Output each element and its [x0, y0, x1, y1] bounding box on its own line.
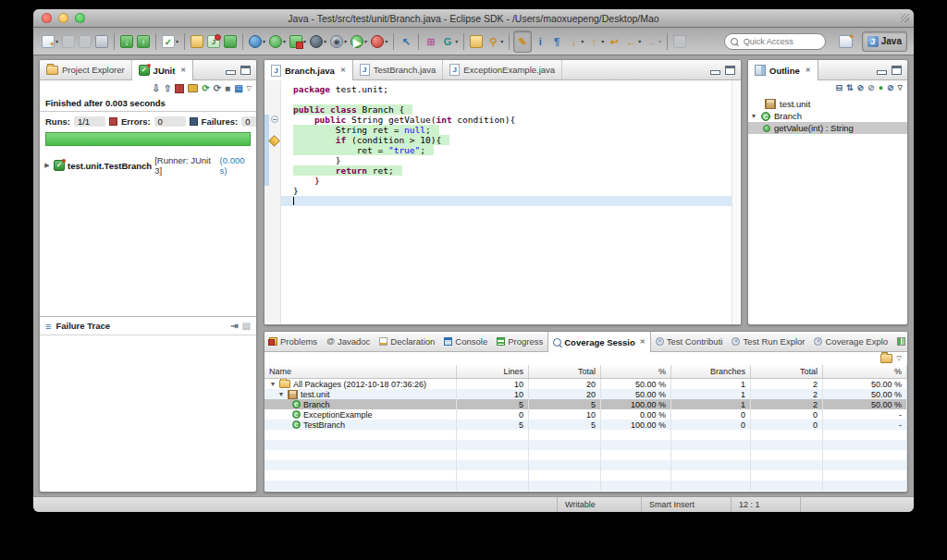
import-button[interactable]: ↓	[118, 31, 135, 52]
fold-collapse-icon[interactable]	[271, 116, 278, 123]
col-lines[interactable]: Lines	[457, 365, 529, 378]
code-line[interactable]: package test.unit;	[281, 84, 732, 94]
minimize-window-button[interactable]	[58, 13, 68, 23]
code-editor[interactable]: package test.unit; public class Branch {…	[281, 80, 732, 324]
goto-type-button[interactable]: G▾	[439, 31, 460, 52]
search-button[interactable]: ⚲▾	[485, 31, 505, 52]
hide-static-button[interactable]: ⊘	[867, 83, 875, 92]
tab-coverage-explorer[interactable]: ✕Coverage Explo	[809, 332, 892, 351]
mark-occurrences-button[interactable]: ✎	[513, 30, 532, 53]
tab-test-run-explorer[interactable]: ✕Test Run Explor	[727, 332, 809, 351]
close-icon[interactable]: ✕	[180, 67, 186, 74]
code-line-current[interactable]	[281, 196, 732, 206]
view-menu-icon[interactable]: ▽	[898, 84, 903, 91]
close-icon[interactable]: ✕	[806, 67, 811, 74]
export-button[interactable]: ↑	[135, 31, 152, 52]
quick-access-input[interactable]	[742, 36, 810, 47]
selection-tool-button[interactable]: ↖	[398, 31, 414, 52]
open-perspective-button[interactable]	[834, 32, 857, 51]
stop-button[interactable]: ■	[225, 82, 230, 95]
new-task-button[interactable]: ✓▾	[160, 31, 180, 52]
tab-outline[interactable]: Outline ✕	[748, 60, 818, 80]
prev-failure-button[interactable]: ⇧	[164, 82, 171, 95]
view-menu-icon[interactable]: ▽	[897, 355, 902, 362]
coverage-launch-button[interactable]: ▾	[288, 31, 308, 52]
outline-item-class[interactable]: ▼ C Branch	[748, 110, 907, 122]
code-line[interactable]	[281, 94, 732, 104]
debug-button[interactable]: ▾	[247, 31, 267, 52]
tab-javadoc[interactable]: @Javadoc	[322, 332, 375, 351]
close-icon[interactable]: ✕	[340, 67, 346, 74]
coverage-button[interactable]: ▾	[267, 31, 288, 52]
code-line[interactable]: }	[281, 155, 732, 165]
hide-nonpublic-button[interactable]: ●	[879, 83, 883, 92]
minimize-view-button[interactable]	[226, 70, 236, 75]
show-failures-only-button[interactable]	[175, 84, 184, 93]
new-package-button[interactable]	[222, 31, 239, 52]
tab-project-explorer[interactable]: Project Explorer	[40, 60, 132, 79]
zoom-window-button[interactable]	[75, 13, 85, 23]
code-line[interactable]: if (condition > 10){	[281, 135, 732, 145]
tab-exceptionexample-java[interactable]: J ExceptionExample.java	[443, 60, 562, 79]
table-row-selected[interactable]: CBranch 55100.00 %1250.00 %	[264, 399, 907, 409]
col-total[interactable]: Total	[529, 365, 601, 378]
code-line[interactable]: return ret;	[281, 165, 732, 176]
close-window-button[interactable]	[42, 13, 52, 23]
overview-ruler[interactable]	[732, 80, 741, 324]
outline-item-package[interactable]: test.unit	[748, 98, 907, 110]
tab-declaration[interactable]: Declaration	[375, 332, 439, 351]
maximize-view-button[interactable]	[725, 66, 735, 75]
code-line[interactable]: }	[281, 176, 732, 186]
col-branches[interactable]: Branches	[671, 365, 751, 378]
tab-problems[interactable]: Problems	[264, 332, 322, 351]
maximize-view-button[interactable]	[892, 66, 902, 75]
code-line[interactable]: public String getValue(int condition){	[281, 115, 732, 125]
tab-coverage[interactable]: Coverage	[892, 332, 908, 351]
tab-testbranch-java[interactable]: J TestBranch.java	[353, 60, 444, 79]
table-row[interactable]: ▼All Packages (2012-10-18 07:36:26) 1020…	[264, 379, 907, 389]
import-session-button[interactable]	[880, 354, 892, 363]
scroll-lock-button[interactable]	[188, 84, 198, 92]
tab-test-contribution[interactable]: ✕Test Contributi	[651, 332, 728, 351]
forward-button[interactable]: →▾	[643, 31, 663, 52]
col-name[interactable]: Name	[264, 365, 457, 378]
collapse-caret-icon[interactable]: ▼	[750, 113, 757, 119]
save-all-button[interactable]	[77, 31, 93, 52]
code-line[interactable]: String ret = null;	[281, 125, 732, 135]
new-java-project-button[interactable]	[189, 31, 205, 52]
tab-progress[interactable]: Progress	[492, 332, 547, 351]
profile-button[interactable]: ▾	[308, 31, 328, 52]
table-row[interactable]: CExceptionExample 0100.00 %00-	[264, 409, 907, 420]
failure-trace-menu-icon[interactable]: ≡	[45, 321, 51, 332]
run-last-button[interactable]: ▾	[369, 31, 389, 52]
hide-local-types-button[interactable]: ⊘	[887, 83, 894, 92]
collapse-all-button[interactable]: ⊟	[835, 83, 842, 92]
new-wizard-button[interactable]: ▾	[40, 31, 60, 52]
open-type-button[interactable]: ⊞	[423, 31, 439, 52]
table-row[interactable]: ▼test.unit 102050.00 %1250.00 %	[264, 389, 907, 399]
titlebar[interactable]: Java - Test/src/test/unit/Branch.java - …	[33, 9, 914, 28]
hide-fields-button[interactable]: ⊘	[857, 83, 865, 92]
compare-result-button[interactable]: ▤	[242, 321, 251, 331]
junit-test-row[interactable]: ▶ ✓ test.unit.TestBranch [Runner: JUnit …	[40, 150, 256, 181]
quick-access-box[interactable]	[724, 33, 826, 50]
show-info-button[interactable]: i	[532, 31, 548, 52]
open-resource-button[interactable]	[468, 31, 485, 52]
expand-caret-icon[interactable]: ▶	[43, 162, 51, 169]
table-row[interactable]: CTestBranch 55100.00 %00-	[264, 420, 907, 430]
rerun-tests-button[interactable]: ⟳	[202, 82, 209, 95]
col-btotal[interactable]: Total	[751, 365, 823, 378]
collapse-caret-icon[interactable]: ▼	[277, 391, 285, 397]
code-line[interactable]: ret = "true";	[281, 145, 732, 155]
rerun-failed-button[interactable]: ⟳	[214, 82, 221, 95]
new-junit-test-button[interactable]: J	[205, 31, 222, 52]
show-stacktrace-button[interactable]: ⇥	[230, 321, 238, 331]
sort-button[interactable]: ⇅	[846, 83, 854, 92]
back-button[interactable]: ←▾	[622, 31, 643, 52]
external-tools-button[interactable]: ✳▾	[328, 31, 349, 52]
tab-console[interactable]: Console	[439, 332, 492, 351]
collapse-caret-icon[interactable]: ▼	[269, 381, 277, 387]
java-perspective-button[interactable]: J Java	[862, 31, 907, 52]
tab-junit[interactable]: ✓ JUnit ✕	[132, 60, 194, 80]
test-history-button[interactable]: ▤	[234, 82, 242, 95]
